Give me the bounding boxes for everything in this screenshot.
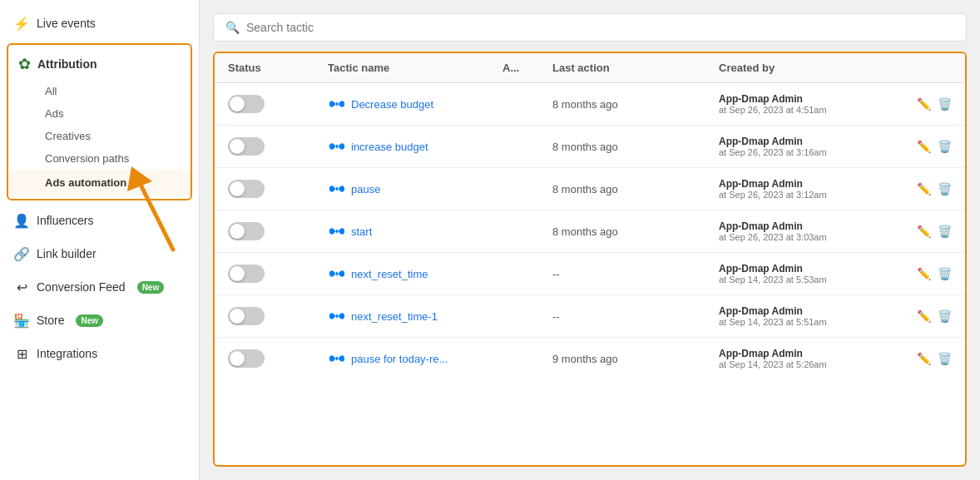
created-by-cell: App-Dmap Admin at Sep 26, 2023 at 3:12am <box>719 178 902 200</box>
status-toggle[interactable] <box>228 137 265 156</box>
created-by-name: App-Dmap Admin <box>719 220 902 232</box>
sidebar-conversion-feed-label: Conversion Feed <box>37 280 126 294</box>
search-input[interactable] <box>246 21 954 34</box>
attribution-group: ✿ Attribution All Ads Creatives Conversi… <box>7 43 192 200</box>
edit-icon[interactable]: ✏️ <box>917 97 931 111</box>
tactic-name[interactable]: Decrease budget <box>351 98 433 111</box>
col-status: Status <box>228 62 328 74</box>
col-tactic-name: Tactic name <box>328 62 502 74</box>
status-toggle[interactable] <box>228 265 265 283</box>
meta-platform-icon <box>328 309 346 323</box>
status-toggle[interactable] <box>228 349 265 368</box>
created-by-name: App-Dmap Admin <box>719 178 902 190</box>
delete-icon[interactable]: 🗑️ <box>938 267 952 280</box>
last-action-cell: 8 months ago <box>552 141 719 153</box>
delete-icon[interactable]: 🗑️ <box>938 225 952 238</box>
created-by-date: at Sep 14, 2023 at 5:51am <box>719 317 902 327</box>
tactic-name[interactable]: pause for today-re... <box>351 353 448 365</box>
col-last-action: Last action <box>552 62 719 74</box>
toggle-cell <box>228 265 328 283</box>
tactic-name[interactable]: pause <box>351 183 380 195</box>
created-by-cell: App-Dmap Admin at Sep 26, 2023 at 3:16am <box>719 136 902 157</box>
toggle-cell <box>228 137 328 156</box>
col-actions <box>902 62 952 74</box>
sidebar-item-conversion-feed[interactable]: ↩ Conversion Feed New <box>0 270 199 304</box>
edit-icon[interactable]: ✏️ <box>917 182 931 195</box>
meta-platform-icon <box>328 267 346 280</box>
edit-icon[interactable]: ✏️ <box>917 225 931 238</box>
status-toggle[interactable] <box>228 307 265 325</box>
delete-icon[interactable]: 🗑️ <box>938 309 952 323</box>
created-by-date: at Sep 26, 2023 at 4:51am <box>719 105 902 115</box>
meta-platform-icon <box>328 352 346 365</box>
table-header: Status Tactic name A... Last action Crea… <box>215 53 965 83</box>
tactic-name-cell: start <box>328 225 502 238</box>
search-bar[interactable]: 🔍 <box>213 13 967 42</box>
edit-icon[interactable]: ✏️ <box>917 140 931 153</box>
toggle-cell <box>228 222 328 240</box>
tactics-table: Status Tactic name A... Last action Crea… <box>213 52 967 467</box>
sidebar-sub-all[interactable]: All <box>8 80 191 102</box>
conversion-feed-icon: ↩ <box>13 279 30 295</box>
sidebar-item-influencers[interactable]: 👤 Influencers <box>0 204 199 237</box>
delete-icon[interactable]: 🗑️ <box>938 140 952 153</box>
influencers-icon: 👤 <box>13 212 30 229</box>
last-action-cell: 8 months ago <box>552 98 719 111</box>
created-by-date: at Sep 26, 2023 at 3:16am <box>719 147 902 157</box>
created-by-cell: App-Dmap Admin at Sep 26, 2023 at 3:03am <box>719 220 902 242</box>
tactic-name[interactable]: next_reset_time <box>351 268 428 280</box>
sidebar-sub-conversion-paths[interactable]: Conversion paths <box>8 147 191 170</box>
sidebar-item-live-events-label: Live events <box>37 17 96 30</box>
sidebar-sub-ads[interactable]: Ads <box>8 102 191 125</box>
last-action-cell: 9 months ago <box>552 353 719 365</box>
sidebar-item-integrations[interactable]: ⊞ Integrations <box>0 337 199 370</box>
edit-icon[interactable]: ✏️ <box>917 352 931 365</box>
sidebar-item-store[interactable]: 🏪 Store New <box>0 304 199 337</box>
created-by-cell: App-Dmap Admin at Sep 26, 2023 at 4:51am <box>719 93 902 115</box>
sidebar-item-attribution[interactable]: ✿ Attribution <box>8 48 191 80</box>
table-row: increase budget 8 months ago App-Dmap Ad… <box>215 126 965 168</box>
tactic-name[interactable]: increase budget <box>351 141 428 153</box>
sidebar-sub-creatives[interactable]: Creatives <box>8 125 191 147</box>
sidebar-store-label: Store <box>37 314 64 327</box>
sidebar-item-link-builder[interactable]: 🔗 Link builder <box>0 237 199 270</box>
table-row: Decrease budget 8 months ago App-Dmap Ad… <box>215 83 965 126</box>
actions-cell: ✏️ 🗑️ <box>902 140 952 153</box>
tactic-name-cell: next_reset_time <box>328 267 502 280</box>
created-by-date: at Sep 14, 2023 at 5:53am <box>719 275 902 285</box>
created-by-date: at Sep 14, 2023 at 5:26am <box>719 359 902 369</box>
sidebar-sub-ads-automation[interactable]: Ads automation <box>8 170 191 195</box>
delete-icon[interactable]: 🗑️ <box>938 352 952 365</box>
tactic-name-cell: pause for today-re... <box>328 352 502 365</box>
actions-cell: ✏️ 🗑️ <box>902 97 952 111</box>
col-a: A... <box>502 62 552 74</box>
main-content: 🔍 Status Tactic name A... Last action Cr… <box>200 0 980 480</box>
delete-icon[interactable]: 🗑️ <box>938 97 952 111</box>
last-action-cell: 8 months ago <box>552 183 719 195</box>
toggle-cell <box>228 307 328 325</box>
edit-icon[interactable]: ✏️ <box>917 267 931 280</box>
tactic-name[interactable]: start <box>351 225 372 238</box>
created-by-cell: App-Dmap Admin at Sep 14, 2023 at 5:53am <box>719 263 902 285</box>
tactic-name-cell: next_reset_time-1 <box>328 309 502 323</box>
created-by-name: App-Dmap Admin <box>719 348 902 359</box>
status-toggle[interactable] <box>228 180 265 198</box>
last-action-cell: 8 months ago <box>552 225 719 238</box>
sidebar-item-live-events[interactable]: ⚡ Live events <box>0 7 199 40</box>
toggle-cell <box>228 180 328 198</box>
created-by-name: App-Dmap Admin <box>719 136 902 147</box>
status-toggle[interactable] <box>228 95 265 113</box>
edit-icon[interactable]: ✏️ <box>917 309 931 323</box>
table-row: pause 8 months ago App-Dmap Admin at Sep… <box>215 168 965 210</box>
tactic-name[interactable]: next_reset_time-1 <box>351 310 438 323</box>
delete-icon[interactable]: 🗑️ <box>938 182 952 195</box>
last-action-cell: -- <box>552 268 719 280</box>
actions-cell: ✏️ 🗑️ <box>902 267 952 280</box>
status-toggle[interactable] <box>228 222 265 240</box>
attribution-label: Attribution <box>37 57 97 71</box>
created-by-date: at Sep 26, 2023 at 3:03am <box>719 232 902 242</box>
tactic-name-cell: Decrease budget <box>328 97 502 111</box>
meta-platform-icon <box>328 182 346 195</box>
ads-automation-label: Ads automation <box>18 176 126 189</box>
sidebar: ⚡ Live events ✿ Attribution All Ads Crea… <box>0 0 200 480</box>
